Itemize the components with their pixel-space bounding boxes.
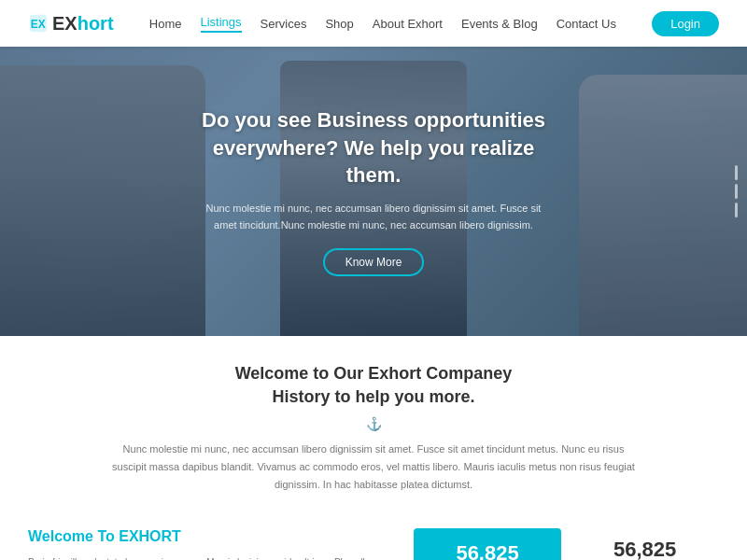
know-more-button[interactable]: Know More [323,248,425,276]
dot-2 [735,184,738,199]
nav-services[interactable]: Services [261,17,307,31]
logo[interactable]: EX EXhort [28,13,114,35]
history-body: Nunc molestie mi nunc, nec accumsan libe… [112,441,635,493]
anchor-icon: ⚓ [56,416,691,431]
stat-clients-num: 56,825 [423,541,553,560]
svg-text:EX: EX [31,18,46,31]
about-body: Proin fringilla vulputate lorem quis con… [28,554,395,560]
stats-grid: 56,825 Clients 56,825 Commits 372 Team M… [414,528,719,560]
stat-commits: 56,825 Commits [571,528,719,560]
about-title: Welcome To EXHORT [28,528,395,545]
stat-clients: 56,825 Clients [414,528,562,560]
stat-commits-num: 56,825 [580,538,710,560]
hero-content: Do you see Business opportunities everyw… [196,106,551,276]
nav-shop[interactable]: Shop [325,17,353,31]
header: EX EXhort Home Listings Services Shop Ab… [0,0,747,47]
about-text: Welcome To EXHORT Proin fringilla vulput… [28,528,395,560]
nav-home[interactable]: Home [149,17,182,31]
nav-listings[interactable]: Listings [201,15,242,33]
hero-section: Do you see Business opportunities everyw… [0,47,747,336]
history-title: Welcome to Our Exhort Companey History t… [56,362,691,409]
dot-1 [735,165,738,180]
nav-contact[interactable]: Contact Us [557,17,616,31]
history-section: Welcome to Our Exhort Companey History t… [0,336,747,511]
hero-title: Do you see Business opportunities everyw… [196,106,551,189]
login-button[interactable]: Login [652,11,719,36]
hero-subtitle: Nunc molestie mi nunc, nec accumsan libe… [196,201,551,233]
dot-3 [735,203,738,217]
nav-events[interactable]: Events & Blog [461,17,538,31]
logo-text: EXhort [52,13,114,35]
nav-about[interactable]: About Exhort [373,17,443,31]
main-nav: Home Listings Services Shop About Exhort… [149,15,616,33]
logo-icon: EX [28,13,49,34]
hero-dots [735,165,738,217]
about-section: Welcome To EXHORT Proin fringilla vulput… [0,511,747,560]
